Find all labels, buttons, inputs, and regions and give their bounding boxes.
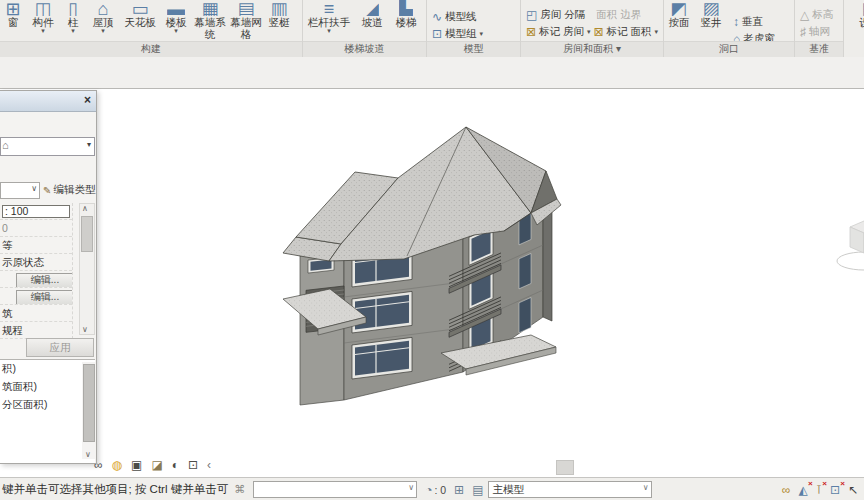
editing-requests-count: : 0 (434, 484, 446, 496)
scrollbar-chip[interactable] (556, 460, 574, 475)
property-value-discipline[interactable]: 筑 (0, 305, 72, 322)
properties-header[interactable]: × (0, 91, 96, 112)
render-icon[interactable]: ◪ (151, 458, 162, 472)
shaft-icon: ▨ (702, 0, 719, 16)
browser-item[interactable]: 分区面积) (0, 396, 95, 414)
scrollbar-thumb[interactable] (81, 216, 93, 252)
stair-button[interactable]: ▙ 楼梯 (389, 0, 423, 28)
vertical-opening-button[interactable]: ↕ 垂直 (728, 13, 775, 30)
close-icon[interactable]: × (84, 93, 91, 107)
curtain-system-icon: ▦ (201, 0, 218, 16)
select-underlay-icon[interactable]: ◭ (798, 483, 807, 497)
room-separator-button[interactable]: 房间 分隔 (540, 8, 585, 22)
drag-on-selection-icon[interactable]: ↖ (848, 483, 858, 497)
select-by-face-icon[interactable]: ⊡ (830, 483, 840, 497)
design-option-combobox[interactable]: 主模型 ∨ (488, 481, 652, 498)
scroll-down-icon[interactable]: ∨ (85, 450, 91, 459)
shaft-button[interactable]: ▨ 竖井 (694, 0, 728, 28)
select-pinned-icon[interactable]: ⊺ (816, 483, 822, 497)
type-selector[interactable]: ⌂ ▾ (0, 137, 95, 156)
project-browser: 积) 筑面积) 分区面积) (0, 359, 95, 463)
view-control-bar: ∞ ◍ ▣ ◪ ◐ ⊡ ‹ (94, 458, 211, 472)
selection-toggles: ∞ ◭ ⊺ ⊡ ↖ (782, 483, 858, 497)
tag-room-icon: ⊠ (526, 25, 536, 39)
opening-by-face-button[interactable]: ◩ 按面 (664, 0, 694, 28)
design-options-icon[interactable]: ⊞ (454, 483, 464, 497)
railing-button[interactable]: ≡ 栏杆扶手 ▾ (303, 0, 355, 34)
panel-label-datum: 基准 (795, 41, 843, 57)
ceiling-button[interactable]: ▭ 天花板 (120, 0, 160, 28)
roof-icon: ⌂ (98, 0, 109, 16)
curtain-grid-button[interactable]: ▤ 幕墙网格 (228, 0, 264, 40)
column-button[interactable]: ▯ 柱 ▾ (60, 0, 86, 34)
workset-combobox[interactable]: ∨ (253, 481, 417, 498)
mullion-icon: ▥ (270, 0, 287, 16)
status-bar: 键并单击可选择其他项目; 按 Ctrl 键并单击可 ⌘ ∨ ◔ : 0 ⊞ ▤ … (0, 477, 864, 500)
browser-scrollbar[interactable]: ∨ (82, 362, 95, 459)
crop-region-icon[interactable]: ⊡ (188, 458, 198, 472)
property-value-parts-visibility[interactable]: 示原状态 (0, 254, 72, 271)
floor-button[interactable]: ▬ 楼板 ▾ (160, 0, 192, 34)
datum-rows: △ 标高 ♯ 轴网 (795, 0, 843, 40)
viewcube[interactable] (830, 215, 864, 285)
chevron-down-icon: ▾ (480, 30, 484, 38)
by-face-icon: ◩ (670, 0, 687, 16)
chevron-down-icon: ▾ (87, 140, 91, 149)
opening-buttons: ◩ 按面 ▨ 竖井 ↕ 垂直 ⌂ 老虎窗 (664, 0, 794, 42)
apply-button[interactable]: 应用 (26, 338, 94, 357)
status-message: 键并单击可选择其他项目; 按 Ctrl 键并单击可 (2, 482, 228, 497)
tag-room-button[interactable]: 标记 房间 (539, 25, 584, 39)
browser-item[interactable]: 积) (0, 360, 95, 378)
model-group-button[interactable]: ⊡ 模型组 ▾ (427, 25, 520, 42)
scroll-down-icon[interactable]: ∨ (82, 325, 88, 334)
chevron-down-icon: ∨ (408, 483, 414, 492)
level-button[interactable]: △ 标高 (795, 6, 843, 23)
select-links-icon[interactable]: ∞ (782, 483, 791, 497)
chevron-down-icon: ▾ (587, 28, 591, 36)
editing-requests-icon[interactable]: ◔ (425, 483, 432, 497)
property-value-scale-number[interactable]: 0 (0, 220, 72, 237)
scale-input[interactable]: : 100 (2, 205, 70, 218)
grid-button[interactable]: ♯ 轴网 (795, 23, 843, 40)
roof-button[interactable]: ⌂ 屋顶 ▾ (86, 0, 120, 34)
shadows-icon[interactable]: ◐ (172, 458, 179, 472)
window-button[interactable]: ⊞ 窗 (0, 0, 26, 28)
set-workplane-button[interactable]: ▦ 设置 (850, 0, 864, 28)
browser-item[interactable]: 筑面积) (0, 378, 95, 396)
property-value-detail-level[interactable]: 等 (0, 237, 72, 254)
scrollbar-thumb[interactable] (83, 364, 95, 442)
3d-view[interactable] (0, 88, 864, 478)
properties-scrollbar[interactable]: ∧ ∨ (79, 203, 95, 335)
edit-button[interactable]: 编辑... (16, 273, 72, 288)
property-row-visibility-overrides: 编辑... (0, 271, 72, 288)
circulation-buttons: ≡ 栏杆扶手 ▾ ◢ 坡道 ▙ 楼梯 (303, 0, 426, 42)
collapse-viewbar-icon[interactable]: ‹ (207, 458, 211, 472)
ceiling-icon: ▭ (131, 0, 148, 16)
scroll-up-icon[interactable]: ∧ (82, 204, 88, 213)
edit-button[interactable]: 编辑... (16, 290, 72, 305)
crop-view-icon[interactable]: ▣ (131, 458, 142, 472)
filter-combobox[interactable]: ∨ (0, 182, 40, 199)
variants-icon[interactable]: ▤ (472, 483, 483, 497)
model-group-icon: ⊡ (432, 27, 442, 41)
tag-area-button[interactable]: 标记 面积 (607, 25, 652, 39)
room-area-rows: ◰ 房间 分隔 面积 边界 ⊠ 标记 房间 ▾ ⊠ 标记 面积 ▾ (521, 0, 663, 40)
model-rows: ∿ 模型线 ⊡ 模型组 ▾ (427, 0, 520, 42)
ribbon-panel-workplane: ▦ 设置 (844, 0, 864, 57)
mullion-button[interactable]: ▥ 竖梃 (264, 0, 294, 28)
panel-label-build: 构建 (0, 41, 302, 57)
component-button[interactable]: ◫ 构件 ▾ (26, 0, 60, 34)
edit-type-button[interactable]: ✎ 编辑类型 (43, 182, 95, 198)
ribbon-panel-build: ⊞ 窗 ◫ 构件 ▾ ▯ 柱 ▾ ⌂ 屋顶 ▾ ▭ 天花板 (0, 0, 303, 57)
ramp-icon: ◢ (365, 0, 379, 16)
ramp-button[interactable]: ◢ 坡道 (355, 0, 389, 28)
property-value-scale[interactable]: : 100 (0, 203, 72, 220)
model-line-button[interactable]: ∿ 模型线 (427, 8, 520, 25)
chevron-down-icon: ▾ (174, 28, 178, 34)
panel-label-room-area[interactable]: 房间和面积 ▾ (521, 41, 663, 57)
building-model (278, 104, 590, 406)
area-boundary-button[interactable]: 面积 边界 (596, 8, 641, 22)
workplane-buttons: ▦ 设置 (844, 0, 864, 42)
reveal-hidden-icon[interactable]: ◍ (112, 458, 122, 472)
curtain-system-button[interactable]: ▦ 幕墙系统 (192, 0, 228, 40)
